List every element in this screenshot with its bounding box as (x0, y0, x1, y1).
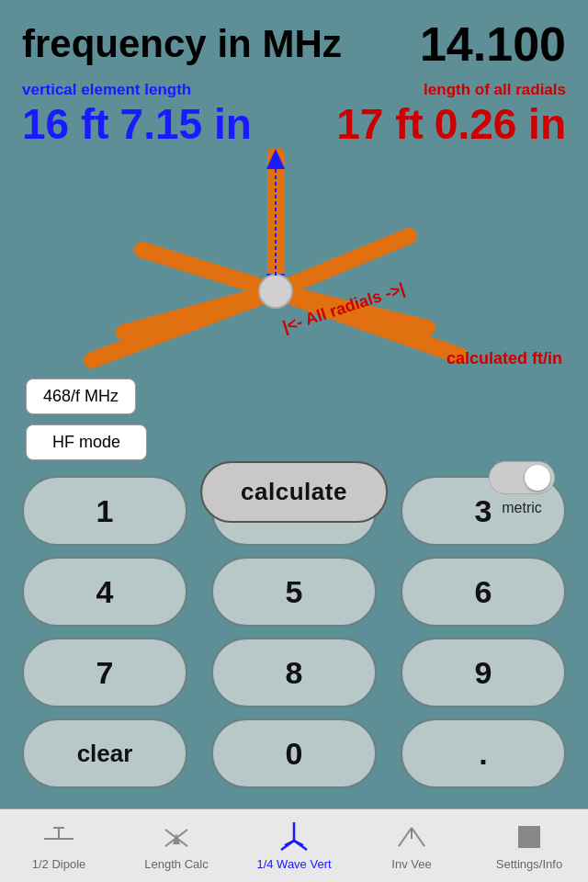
formula-button[interactable]: 468/f MHz (26, 379, 136, 414)
right-result: length of all radials 17 ft 0.26 in (336, 81, 566, 149)
nav-inv-vee-label: Inv Vee (391, 857, 431, 871)
left-ft: 16 ft (22, 99, 109, 149)
key-1[interactable]: 1 (22, 476, 187, 546)
right-result-label: length of all radials (336, 81, 566, 99)
quarter-wave-icon (277, 820, 311, 854)
nav-inv-vee[interactable]: Inv Vee (353, 820, 470, 871)
calculated-label: calculated ft/in (447, 349, 562, 368)
right-result-values: 17 ft 0.26 in (336, 99, 566, 149)
keypad-row-2: 4 5 6 (22, 557, 566, 627)
left-in: 7.15 in (120, 99, 252, 149)
left-result: vertical element length 16 ft 7.15 in (22, 81, 252, 149)
frequency-label: frequency in MHz (22, 22, 342, 66)
mode-button[interactable]: HF mode (26, 424, 147, 460)
key-0[interactable]: 0 (211, 718, 377, 788)
metric-toggle[interactable] (489, 461, 555, 494)
nav-quarter-wave-label: 1/4 Wave Vert (256, 857, 331, 871)
antenna-diagram: |<- All radials ->| 468/f MHz HF mode ca… (0, 149, 588, 369)
right-in: 0.26 in (435, 99, 566, 149)
settings-icon (513, 820, 546, 854)
bottom-nav: 1/2 Dipole Length Calc 1/4 Wave Vert Inv… (0, 808, 588, 882)
frequency-value: 14.100 (420, 17, 566, 72)
key-dot[interactable]: . (401, 718, 566, 788)
key-6[interactable]: 6 (401, 557, 566, 627)
key-4[interactable]: 4 (22, 557, 187, 627)
inv-vee-icon (395, 820, 428, 854)
svg-line-24 (412, 828, 424, 846)
nav-settings[interactable]: Settings/Info (470, 820, 588, 871)
nav-half-dipole[interactable]: 1/2 Dipole (0, 820, 118, 871)
keypad-row-4: clear 0 . (22, 718, 566, 788)
svg-line-7 (142, 250, 276, 291)
keypad-row-3: 7 8 9 (22, 638, 566, 707)
results-area: vertical element length 16 ft 7.15 in le… (0, 81, 588, 149)
metric-toggle-area: metric (489, 461, 555, 516)
calculate-button[interactable]: calculate (200, 461, 388, 523)
right-ft: 17 ft (336, 99, 424, 149)
svg-rect-26 (518, 826, 540, 848)
header: frequency in MHz 14.100 (0, 0, 588, 79)
svg-line-23 (399, 828, 412, 846)
metric-label: metric (502, 500, 542, 516)
key-7[interactable]: 7 (22, 638, 187, 707)
key-9[interactable]: 9 (401, 638, 566, 707)
left-result-values: 16 ft 7.15 in (22, 99, 252, 149)
nav-quarter-wave[interactable]: 1/4 Wave Vert (235, 820, 353, 871)
length-calc-icon (160, 820, 193, 854)
svg-point-9 (259, 275, 292, 308)
nav-settings-label: Settings/Info (496, 857, 562, 871)
nav-half-dipole-label: 1/2 Dipole (32, 857, 86, 871)
key-5[interactable]: 5 (211, 557, 377, 627)
half-dipole-icon (42, 820, 75, 854)
key-8[interactable]: 8 (211, 638, 377, 707)
nav-length-calc-label: Length Calc (144, 857, 208, 871)
toggle-knob (525, 465, 550, 491)
nav-length-calc[interactable]: Length Calc (118, 820, 235, 871)
key-clear[interactable]: clear (22, 718, 187, 788)
left-result-label: vertical element length (22, 81, 252, 99)
